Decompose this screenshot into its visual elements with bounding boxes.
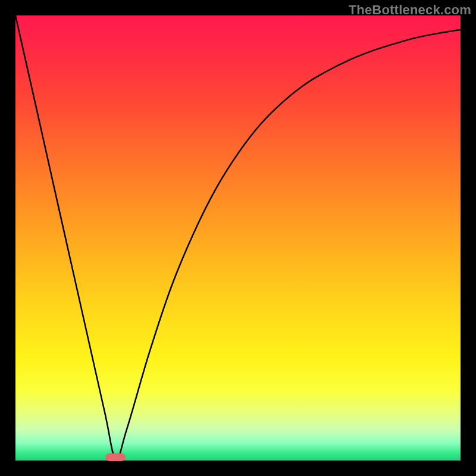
optimal-point-marker — [105, 453, 126, 461]
plot-area — [15, 15, 461, 461]
bottleneck-curve — [15, 15, 461, 461]
chart-container: TheBottleneck.com — [0, 0, 476, 476]
